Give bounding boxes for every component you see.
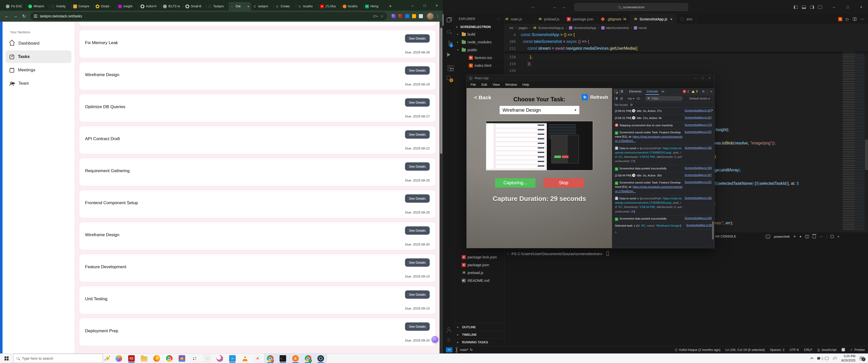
section-running-tasks[interactable]: ▸RUNNING TASKS xyxy=(455,338,504,346)
context-selector[interactable]: top ▾ xyxy=(628,97,634,100)
error-count[interactable]: 2 xyxy=(687,90,689,93)
menu-overflow-icon[interactable]: ⋯ xyxy=(531,5,535,9)
status-item[interactable]: {}JavaScript xyxy=(817,348,836,352)
split-terminal-icon[interactable] xyxy=(805,235,809,238)
section-outline[interactable]: ▸OUTLINE xyxy=(455,323,504,331)
see-details-button[interactable]: See Details xyxy=(405,98,430,107)
folder-taskbar-icon[interactable] xyxy=(138,354,150,363)
minimize-button[interactable]: – xyxy=(695,76,697,80)
profile-avatar[interactable] xyxy=(427,13,434,20)
menu-help[interactable]: Help xyxy=(523,83,529,87)
editor-scrollbar[interactable] xyxy=(865,140,868,170)
console-source-link[interactable]: ScreenshotApp.js:193 xyxy=(685,166,712,169)
status-item[interactable]: UTF-8 xyxy=(789,348,799,352)
close-panel-icon[interactable]: × xyxy=(837,235,839,238)
menu-file[interactable]: File xyxy=(471,83,476,87)
status-item[interactable]: Ln 235, Col 19 (6 selected) xyxy=(725,348,765,352)
explorer-item[interactable]: ▸build xyxy=(455,30,504,38)
devtools-tab-elements[interactable]: Elements xyxy=(628,88,643,95)
browser-tab[interactable]: Compre xyxy=(71,2,94,10)
git-activity-icon[interactable]: 1 xyxy=(443,37,455,49)
boxext-extension-icon[interactable] xyxy=(419,14,423,18)
console-messages[interactable]: [2:56:01 PM] Idle: 3s, Active: 27sScreen… xyxy=(612,108,714,248)
browser-tab[interactable]: (7) Afus xyxy=(318,2,341,10)
browser-menu-icon[interactable]: ⋮ xyxy=(435,14,440,19)
explorer-more-icon[interactable]: ⋯ xyxy=(497,17,500,21)
firefox-taskbar-icon[interactable] xyxy=(150,354,163,363)
explorer-item[interactable]: ▾public xyxy=(455,46,504,54)
browser-tab[interactable]: localho xyxy=(341,2,363,10)
red-pen-extension-icon[interactable] xyxy=(398,14,402,18)
volume-icon[interactable] xyxy=(817,357,819,360)
console-source-link[interactable]: ScreenshotApp.js:30 xyxy=(686,224,712,227)
close-button[interactable]: × xyxy=(855,0,868,14)
issues-settings-icon[interactable]: ⚙ xyxy=(630,103,633,107)
capturing-button[interactable]: Capturing... xyxy=(495,178,535,188)
minimap[interactable] xyxy=(843,31,865,230)
console-source-link[interactable]: ScreenshotApp.js:167 xyxy=(685,109,712,112)
wifi-icon[interactable] xyxy=(833,357,837,360)
more-tabs-icon[interactable]: ≫ xyxy=(661,90,664,93)
shell-label[interactable]: powershell xyxy=(774,235,789,238)
log-levels-dropdown[interactable]: Default levels ▾ xyxy=(689,97,710,100)
console-source-link[interactable]: ScreenshotApp.js:237 xyxy=(685,130,712,133)
task-select[interactable]: Wireframe Design ▾ xyxy=(499,106,580,114)
sync-icon[interactable]: ↻ xyxy=(470,348,473,352)
console-filter-input[interactable]: Filter xyxy=(645,96,683,101)
editor-tab[interactable]: JSpreload.js xyxy=(534,14,563,24)
browser-tab[interactable]: Create xyxy=(274,2,296,10)
xampp-taskbar-icon[interactable]: X xyxy=(289,354,302,363)
slack-taskbar-icon[interactable] xyxy=(188,354,201,363)
status-item[interactable]: ✓Prettier xyxy=(850,348,865,352)
see-details-button[interactable]: See Details xyxy=(405,66,430,75)
fz-taskbar-icon[interactable]: FZ xyxy=(125,354,138,363)
chat-widget[interactable] xyxy=(432,336,438,343)
taskbar-search[interactable]: Type here to search xyxy=(13,354,103,363)
console-source-link[interactable]: ScreenshotApp.js:193 xyxy=(685,217,712,220)
maximize-button[interactable]: □ xyxy=(841,0,855,14)
status-item[interactable] xyxy=(841,349,845,352)
sidebar-item-tasks[interactable]: Tasks xyxy=(5,51,71,63)
see-details-button[interactable]: See Details xyxy=(405,34,430,43)
console-source-link[interactable]: ScreenshotApp.js:237 xyxy=(685,180,712,184)
editor-tab[interactable]: JSScreenshotApp.js× xyxy=(630,14,676,24)
blue-sq-extension-icon[interactable] xyxy=(405,14,409,18)
browser-tab[interactable]: Taskpro xyxy=(206,2,228,10)
live-expression-icon[interactable] xyxy=(637,97,640,100)
debug-activity-icon[interactable] xyxy=(443,49,455,61)
close-button[interactable]: × xyxy=(709,76,710,80)
appa-taskbar-icon[interactable]: A xyxy=(251,354,264,363)
minimize-button[interactable]: – xyxy=(827,0,841,14)
winrar-taskbar-icon[interactable] xyxy=(176,354,188,363)
breadcrumb-item[interactable]: pages xyxy=(519,26,527,30)
editor-tab[interactable]: JSmain.js xyxy=(505,14,534,24)
close-button[interactable]: × xyxy=(431,0,443,10)
history-back-icon[interactable]: ← xyxy=(550,5,559,9)
scroll-up-icon[interactable]: ▲ xyxy=(711,108,714,111)
editor-tab[interactable]: .gitignoreM xyxy=(597,14,630,24)
explorer-item[interactable]: JSpreload.js xyxy=(455,269,504,276)
toggle-panel-icon[interactable] xyxy=(802,5,806,9)
see-details-button[interactable]: See Details xyxy=(405,226,430,235)
forward-icon[interactable]: → xyxy=(11,12,20,21)
run-icon[interactable]: ▷ xyxy=(846,16,849,22)
browser-tab[interactable]: Small-B xyxy=(184,2,206,10)
menu-window[interactable]: Window xyxy=(505,83,517,87)
browser-tab[interactable]: taskpro xyxy=(251,2,274,10)
explorer-item[interactable]: ★favicon.ico xyxy=(455,54,504,62)
terminal-dropdown-icon[interactable]: ▾ xyxy=(800,235,801,238)
hidden-icons-chevron[interactable] xyxy=(810,357,814,361)
toggle-secondary-sidebar-icon[interactable] xyxy=(810,5,814,9)
breadcrumb-item[interactable]: src xyxy=(509,26,514,30)
browser-tab[interactable]: Ostad - xyxy=(94,2,116,10)
menu-edit[interactable]: Edit xyxy=(482,83,487,87)
notifications-icon[interactable]: 2 xyxy=(860,357,864,360)
browser-tab[interactable]: Cre× xyxy=(228,2,251,10)
notepad-taskbar-icon[interactable] xyxy=(201,354,214,363)
see-details-button[interactable]: See Details xyxy=(405,130,430,139)
devtools-menu-icon[interactable]: ⋮ xyxy=(706,90,709,93)
console-source-link[interactable]: ScreenshotApp.js:182 xyxy=(685,196,712,199)
panel-tab-fragment[interactable]: AN CONSOLE xyxy=(715,235,736,238)
breadcrumb-item[interactable]: takeScreenshot xyxy=(601,26,629,30)
electron-taskbar-icon[interactable] xyxy=(314,354,327,363)
